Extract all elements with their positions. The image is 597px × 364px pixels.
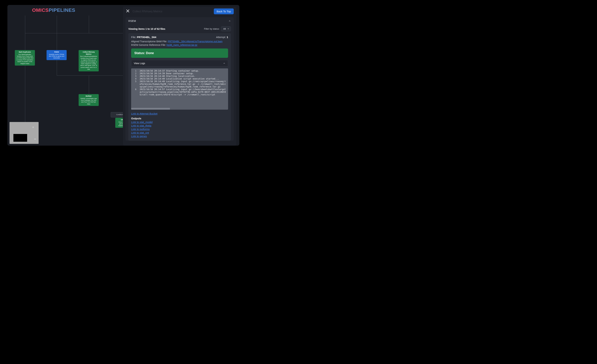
log-text: 2023/10/16 20:14:40 Starting localizatio… [140, 75, 195, 77]
node-desc: Quantify counts, FPKMs and TPMs for gene… [48, 54, 65, 59]
node-title: Mark Duplicates [16, 51, 33, 53]
logo-part1: OMICS [32, 8, 49, 13]
viewing-row: Viewing items 1 to 10 of 62 files Filter… [126, 24, 234, 33]
outputs-section: Outputs Link to stat_model Link to stat_… [131, 117, 228, 138]
log-viewer[interactable]: 12023/10/16 20:14:37 Starting container … [131, 68, 228, 110]
bam-file-link[interactable]: PRT004BL_S64.Aligned.toTranscriptome.out… [168, 40, 223, 43]
chevron-up-icon [228, 20, 231, 22]
viewing-text: Viewing items 1 to 10 of 62 files [128, 27, 165, 30]
filter-value: All [223, 27, 226, 30]
log-text: 2023/10/16 20:14:57 Localizing input gs:… [140, 88, 227, 96]
filter-status-select[interactable]: All [221, 26, 231, 31]
node-collect-rnaseq-metrics[interactable]: Collect RNAseq Metrics Run CollectRnaSeq… [79, 50, 99, 71]
output-link[interactable]: Link to genes [131, 135, 228, 138]
filter-label: Filter by status: [204, 27, 220, 30]
section-rsem: RSEM Viewing items 1 to 10 of 62 files F… [126, 17, 234, 141]
close-icon[interactable] [126, 9, 130, 14]
log-line: 42023/10/16 20:14:49 Localization script… [131, 77, 228, 80]
bam-label: Aligned Transcriptome BAM File: [131, 40, 168, 43]
log-line: 52023/10/16 20:14:49 Localizing input gs… [131, 80, 228, 88]
filter-group: Filter by status: All [204, 26, 231, 31]
node-rsem[interactable]: RSEM Quantify counts, FPKMs and TPMs for… [47, 50, 67, 60]
node-title: UMI [117, 119, 123, 121]
minimap[interactable] [9, 122, 39, 144]
view-logs-toggle[interactable]: View Logs [131, 60, 228, 67]
logo: OMICSPIPELINES [32, 8, 75, 13]
logo-part2: PIPELINES [49, 8, 75, 13]
ref-file-link[interactable]: hg38_rsem_reference.tar.gz [166, 44, 197, 46]
node-title: Conditional Grou [116, 114, 123, 115]
minimap-viewport[interactable] [13, 134, 27, 142]
file-head: File: PRT004BL_S64 Attempt: 1 [131, 36, 228, 39]
node-desc: Runs nudup get an est duplicates re [117, 121, 123, 127]
bam-file-line: Aligned Transcriptome BAM File: PRT004BL… [131, 40, 228, 43]
log-text: 2023/10/16 20:14:49 Localizing input gs:… [140, 80, 227, 88]
output-link[interactable]: Link to stat_model [131, 121, 228, 124]
node-title: RSEM [48, 51, 65, 53]
log-text: 2023/10/16 20:14:37 Starting container s… [140, 70, 199, 72]
node-multiqc[interactable]: MultiQC MultiQC consolidates logs from C… [79, 94, 99, 106]
output-link[interactable]: Link to stat_theta [131, 124, 228, 127]
outputs-heading: Outputs [131, 117, 228, 120]
output-link[interactable]: Link to stat_cnt [131, 131, 228, 134]
panel-header: Collect RNAseq Metrics Back To Top [123, 7, 236, 16]
node-umi[interactable]: UMI Runs nudup get an est duplicates re [115, 118, 123, 128]
log-line: 62023/10/16 20:14:57 Localizing input gs… [131, 88, 228, 96]
file-label: File: [131, 36, 137, 39]
panel-breadcrumb: Collect RNAseq Metrics [133, 10, 162, 13]
node-desc: Run MarkDuplicates function from Picard … [16, 54, 33, 64]
ref-label: RSEM Genome Reference File: [131, 44, 166, 46]
node-title: MultiQC [80, 95, 97, 97]
log-hscrollbar[interactable] [131, 108, 170, 110]
node-mark-duplicates[interactable]: Mark Duplicates Run MarkDuplicates funct… [15, 50, 35, 66]
back-to-top-button[interactable]: Back To Top [214, 8, 234, 14]
log-text: 2023/10/16 20:14:39 Done container setup… [140, 72, 194, 75]
node-conditional-group[interactable]: Conditional Grou [111, 112, 123, 117]
panel-scroll[interactable]: RSEM Viewing items 1 to 10 of 62 files F… [123, 16, 236, 146]
log-line: 22023/10/16 20:14:39 Done container setu… [131, 72, 228, 75]
pipeline-canvas[interactable]: Mark Duplicates Run MarkDuplicates funct… [8, 16, 123, 146]
chevron-up-icon [223, 62, 225, 64]
view-logs-label: View Logs [134, 62, 145, 65]
file-name: PRT004BL_S64 [137, 36, 156, 39]
status-badge: Status: Done [131, 48, 228, 58]
ref-file-line: RSEM Genome Reference File: hg38_rsem_re… [131, 44, 228, 46]
node-desc: MultiQC consolidates logs from CutAdapt,… [80, 98, 97, 105]
attempt-bucket-link[interactable]: Link to Attempt Bucket [131, 112, 228, 115]
output-link[interactable]: Link to isoforms [131, 128, 228, 131]
details-panel: Collect RNAseq Metrics Back To Top RSEM … [123, 7, 236, 146]
node-desc: Run CollectRnaSeqMetrics function from P… [80, 55, 97, 70]
node-title: Collect RNAseq Metrics [80, 51, 97, 55]
file-card: File: PRT004BL_S64 Attempt: 1 Aligned Tr… [128, 33, 231, 141]
attempt-label: Attempt: [216, 36, 227, 39]
log-lines[interactable]: 12023/10/16 20:14:37 Starting container … [131, 68, 228, 110]
section-header[interactable]: RSEM [126, 17, 234, 24]
log-line: 32023/10/16 20:14:40 Starting localizati… [131, 75, 228, 77]
log-text: 2023/10/16 20:14:49 Localization script … [140, 77, 219, 80]
log-line: 12023/10/16 20:14:37 Starting container … [131, 70, 228, 72]
app-window: OMICSPIPELINES Mark Duplicates Run MarkD… [8, 5, 239, 146]
attempt-number: 1 [227, 36, 228, 39]
section-title: RSEM [128, 19, 136, 22]
